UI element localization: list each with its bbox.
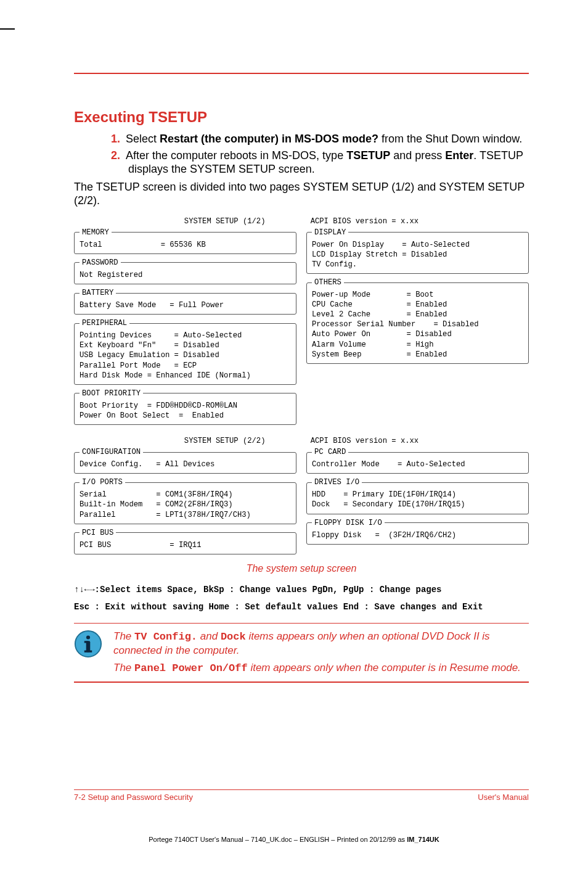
step-text-mid: and press	[390, 149, 445, 162]
boot-line: Boot Priority = FDD®HDD®CD-ROM®LAN	[80, 401, 291, 411]
peripheral-line: Parallel Port Mode = ECP	[80, 361, 291, 371]
note-text: The TV Config. and Dock items appears on…	[113, 630, 529, 675]
screen2-right-col: PC CARD Controller Mode = Auto-Selected …	[306, 447, 529, 554]
legend-boot: BOOT PRIORITY	[80, 389, 143, 398]
panel-drives-io: DRIVES I/O HDD = Primary IDE(1F0H/IRQ14)…	[306, 477, 529, 514]
note-para-2: The Panel Power On/Off item appears only…	[113, 661, 529, 675]
panel-others: OTHERS Power-up Mode = Boot CPU Cache = …	[306, 278, 529, 364]
legend-peripheral: PERIPHERAL	[80, 318, 129, 328]
body-indent: 1.Select Restart (the computer) in MS-DO…	[111, 132, 529, 176]
note2-post: item appears only when the computer is i…	[248, 662, 521, 673]
pccard-line: Controller Mode = Auto-Selected	[312, 459, 523, 469]
legend-ioports: I/O PORTS	[80, 477, 125, 487]
drives-line: HDD = Primary IDE(1F0H/IRQ14)	[312, 490, 523, 500]
note-block: The TV Config. and Dock items appears on…	[74, 623, 529, 683]
imprint-text: Portege 7140CT User's Manual – 7140_UK.d…	[149, 836, 439, 843]
peripheral-line: Ext Keyboard "Fn" = Disabled	[80, 340, 291, 350]
ioports-line: Parallel = LPT1(378H/IRQ7/CH3)	[80, 510, 291, 520]
legend-display: DISPLAY	[312, 228, 348, 237]
drives-line: Dock = Secondary IDE(170H/IRQ15)	[312, 500, 523, 509]
step-text-post: from the Shut Down window.	[378, 133, 522, 145]
svg-point-1	[86, 635, 90, 639]
ioports-line: Built-in Modem = COM2(2F8H/IRQ3)	[80, 500, 291, 509]
page-content: Executing TSETUP 1.Select Restart (the c…	[74, 109, 529, 683]
screen1-left-col: MEMORY Total = 65536 KB PASSWORD Not Reg…	[74, 228, 296, 425]
page-footer: 7-2 Setup and Password Security User's M…	[74, 789, 529, 802]
note-code-tvconfig: TV Config.	[134, 631, 197, 643]
battery-line: Battery Save Mode = Full Power	[80, 300, 291, 310]
display-line: TV Config.	[312, 260, 523, 270]
others-line: System Beep = Enabled	[312, 350, 523, 360]
top-rule	[74, 73, 529, 74]
peripheral-line: Hard Disk Mode = Enhanced IDE (Normal)	[80, 371, 291, 381]
svg-rect-3	[84, 641, 88, 643]
keyhelp-line1: ↑↓←→:Select items Space, BkSp : Change v…	[74, 583, 529, 596]
floppy-line: Floppy Disk = (3F2H/IRQ6/CH2)	[312, 530, 523, 540]
figure-caption: The system setup screen	[74, 563, 529, 574]
step-number: 1.	[111, 132, 126, 146]
others-line: Level 2 Cache = Enabled	[312, 310, 523, 319]
footer-right: User's Manual	[478, 793, 529, 802]
screen2-left-col: CONFIGURATION Device Config. = All Devic…	[74, 447, 296, 554]
note-code-panelpower: Panel Power On/Off	[134, 662, 248, 674]
footer-left: 7-2 Setup and Password Security	[74, 793, 193, 802]
note-code-dock: Dock	[221, 631, 246, 643]
keyhelp-line2: Esc : Exit without saving Home : Set def…	[74, 600, 529, 614]
panel-display: DISPLAY Power On Display = Auto-Selected…	[306, 228, 529, 274]
info-icon	[74, 630, 102, 658]
others-line: Alarm Volume = High	[312, 340, 523, 350]
note2-pre: The	[113, 662, 134, 673]
step-bold-2: Enter	[445, 149, 473, 162]
panel-peripheral: PERIPHERAL Pointing Devices = Auto-Selec…	[74, 318, 296, 385]
legend-battery: BATTERY	[80, 288, 116, 298]
screen1-right-col: DISPLAY Power On Display = Auto-Selected…	[306, 228, 529, 425]
others-line: Power-up Mode = Boot	[312, 290, 523, 300]
note-pre: The	[113, 630, 134, 642]
legend-memory: MEMORY	[80, 228, 112, 237]
step-bold: TSETUP	[346, 149, 390, 162]
setup-screen-2: SYSTEM SETUP (2/2) ACPI BIOS version = x…	[74, 436, 529, 554]
step-text-pre: After the computer reboots in MS-DOS, ty…	[126, 149, 346, 162]
panel-floppy-io: FLOPPY DISK I/O Floppy Disk = (3F2H/IRQ6…	[306, 518, 529, 545]
panel-password: PASSWORD Not Registered	[74, 258, 296, 284]
display-line: LCD Display Stretch = Disabled	[312, 250, 523, 260]
panel-pci-bus: PCI BUS PCI BUS = IRQ11	[74, 528, 296, 554]
screen1-header: SYSTEM SETUP (1/2) ACPI BIOS version = x…	[74, 216, 529, 226]
legend-drives: DRIVES I/O	[312, 477, 362, 487]
section-heading: Executing TSETUP	[74, 109, 529, 126]
peripheral-line: USB Legacy Emulation = Disabled	[80, 350, 291, 360]
step-text-pre: Select	[126, 133, 160, 145]
legend-others: OTHERS	[312, 278, 344, 287]
panel-pc-card: PC CARD Controller Mode = Auto-Selected	[306, 447, 529, 474]
note-mid: and	[197, 630, 221, 642]
others-line: Processor Serial Number = Disabled	[312, 319, 523, 329]
step-1: 1.Select Restart (the computer) in MS-DO…	[111, 132, 529, 146]
note-para-1: The TV Config. and Dock items appears on…	[113, 630, 529, 657]
display-line: Power On Display = Auto-Selected	[312, 240, 523, 250]
imprint-line: Portege 7140CT User's Manual – 7140_UK.d…	[0, 836, 588, 843]
config-line: Device Config. = All Devices	[80, 459, 291, 469]
step-bold: Restart (the computer) in MS-DOS mode?	[160, 133, 378, 145]
step-2: 2.After the computer reboots in MS-DOS, …	[111, 149, 529, 176]
peripheral-line: Pointing Devices = Auto-Selected	[80, 331, 291, 340]
boot-line: Power On Boot Select = Enabled	[80, 411, 291, 421]
setup-screen-1: SYSTEM SETUP (1/2) ACPI BIOS version = x…	[74, 216, 529, 426]
svg-rect-4	[84, 650, 92, 652]
password-line: Not Registered	[80, 270, 291, 280]
others-line: CPU Cache = Enabled	[312, 300, 523, 310]
ioports-line: Serial = COM1(3F8H/IRQ4)	[80, 490, 291, 500]
key-help: ↑↓←→:Select items Space, BkSp : Change v…	[74, 583, 529, 614]
pcibus-line: PCI BUS = IRQ11	[80, 540, 291, 550]
panel-boot-priority: BOOT PRIORITY Boot Priority = FDD®HDD®CD…	[74, 389, 296, 425]
intro-para: The TSETUP screen is divided into two pa…	[74, 180, 529, 208]
legend-pcibus: PCI BUS	[80, 528, 116, 538]
steps-list: 1.Select Restart (the computer) in MS-DO…	[111, 132, 529, 176]
others-line: Auto Power On = Disabled	[312, 329, 523, 339]
legend-password: PASSWORD	[80, 258, 121, 268]
step-number: 2.	[111, 149, 126, 163]
screen2-header: SYSTEM SETUP (2/2) ACPI BIOS version = x…	[74, 436, 529, 446]
legend-floppy: FLOPPY DISK I/O	[312, 518, 385, 528]
memory-line: Total = 65536 KB	[80, 240, 291, 250]
panel-configuration: CONFIGURATION Device Config. = All Devic…	[74, 447, 296, 474]
panel-battery: BATTERY Battery Save Mode = Full Power	[74, 288, 296, 315]
